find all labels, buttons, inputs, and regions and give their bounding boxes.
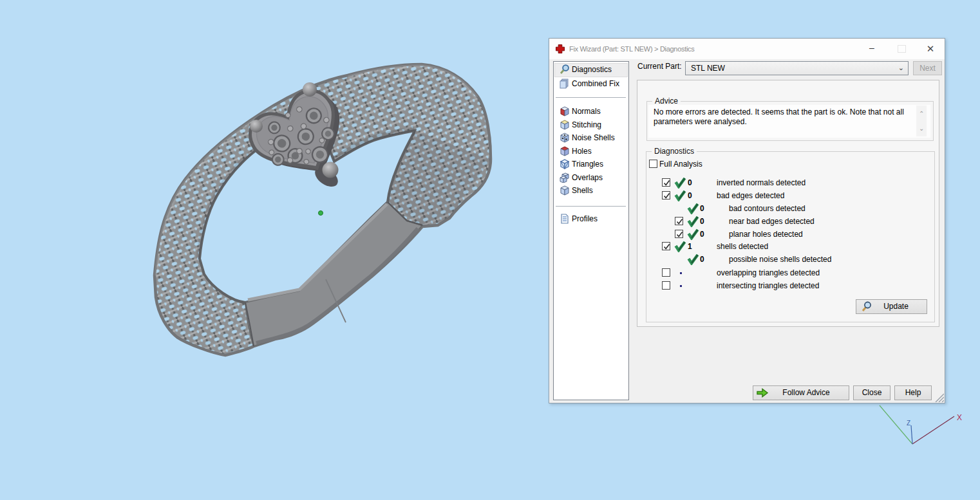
svg-text:Z: Z [907,420,910,427]
svg-text:X: X [957,413,962,422]
